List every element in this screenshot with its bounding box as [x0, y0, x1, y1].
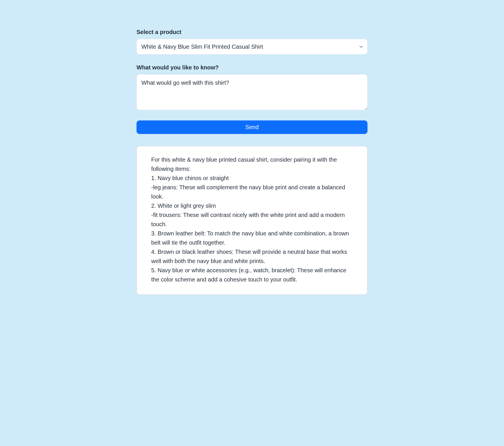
- send-button[interactable]: Send: [137, 120, 367, 134]
- question-input[interactable]: [137, 74, 367, 110]
- product-select[interactable]: White & Navy Blue Slim Fit Printed Casua…: [137, 39, 367, 54]
- product-select-wrapper: White & Navy Blue Slim Fit Printed Casua…: [137, 39, 367, 54]
- question-label: What would you like to know?: [137, 64, 367, 71]
- product-select-label: Select a product: [137, 29, 367, 35]
- response-text: For this white & navy blue printed casua…: [137, 146, 367, 295]
